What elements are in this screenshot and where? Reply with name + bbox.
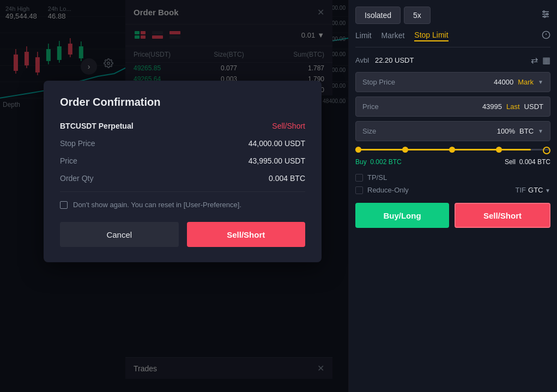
stop-price-mark: Mark [518,78,534,86]
price-value: 43995 [482,102,502,111]
buy-long-button[interactable]: Buy/Long [355,203,449,228]
tab-stop-limit[interactable]: Stop Limit [414,31,448,41]
tif-row: TIF GTC ▼ [516,186,550,194]
isolated-button[interactable]: Isolated [355,7,401,24]
modal-stop-price-label: Stop Price [60,139,95,148]
modal-side-label: Sell/Short [272,122,305,130]
size-field[interactable]: Size 100% BTC ▼ [355,121,550,141]
dont-show-again-checkbox[interactable] [60,201,68,209]
stop-price-chevron: ▼ [538,79,543,85]
size-chevron: ▼ [538,128,543,134]
modal-checkbox-row: Don't show again. You can reset in [User… [60,201,305,209]
right-top-bar: Isolated 5x [355,7,550,24]
tif-chevron: ▼ [545,188,550,194]
modal-price-label: Price [60,156,77,165]
reduce-only-row: Reduce-Only TIF GTC ▼ [355,186,550,194]
price-right: 43995 Last USDT [482,102,543,111]
slider-dot-50[interactable] [449,147,455,153]
size-btc: BTC [519,127,534,135]
slider-dot-100[interactable] [543,147,550,154]
slider-dot-0[interactable] [355,147,361,153]
calculator-icon[interactable]: ▦ [542,55,550,65]
info-icon[interactable] [542,31,550,41]
modal-qty-value: 0.004 BTC [269,174,305,183]
order-type-tabs: Limit Market Stop Limit [355,31,550,47]
order-confirmation-modal: Order Confirmation BTCUSDT Perpetual Sel… [44,81,322,262]
sell-short-main-button[interactable]: Sell/Short [455,203,550,228]
tab-market[interactable]: Market [382,31,405,41]
tpsl-row: TP/SL [355,173,550,182]
dont-show-again-label: Don't show again. You can reset in [User… [73,201,241,209]
action-buttons: Buy/Long Sell/Short [355,203,550,228]
cancel-button[interactable]: Cancel [60,222,179,247]
tif-gtc: GTC [528,186,543,194]
svg-point-33 [547,13,548,15]
avbl-value: 22.20 USDT [375,56,414,64]
price-field[interactable]: Price 43995 Last USDT [355,97,550,117]
modal-pair-row: BTCUSDT Perpetual Sell/Short [60,122,305,130]
sell-info: Sell 0.004 BTC [505,158,550,166]
svg-point-32 [543,11,545,13]
price-label: Price [362,102,379,111]
transfer-icon[interactable]: ⇄ [531,55,538,65]
size-value: 100% [497,127,515,135]
slider-dot-25[interactable] [402,147,408,153]
slider-dot-75[interactable] [496,147,502,153]
leverage-button[interactable]: 5x [404,7,431,24]
modal-stop-price-row: Stop Price 44,000.00 USDT [60,139,305,148]
tif-value[interactable]: GTC ▼ [528,186,550,194]
modal-qty-label: Order Qty [60,174,93,183]
price-last: Last [506,102,520,111]
modal-divider [60,191,305,192]
slider-dots [355,147,550,154]
settings-icon-right[interactable] [541,9,550,22]
size-right: 100% BTC ▼ [497,127,543,135]
tab-limit[interactable]: Limit [355,31,372,41]
tpsl-label: TP/SL [367,173,387,182]
modal-qty-row: Order Qty 0.004 BTC [60,174,305,183]
reduce-only-checkbox[interactable] [355,186,363,194]
buy-info: Buy 0.002 BTC [355,158,402,166]
size-label: Size [362,127,376,135]
stop-price-right: 44000 Mark ▼ [494,78,543,86]
reduce-only-label: Reduce-Only [367,186,409,194]
buy-sell-info: Buy 0.002 BTC Sell 0.004 BTC [355,158,550,166]
position-slider[interactable] [355,149,550,150]
right-panel: Isolated 5x Limit Market Stop Limit [349,0,557,392]
tif-label: TIF [516,186,526,194]
modal-pair-label: BTCUSDT Perpetual [60,122,134,130]
buy-label: Buy [355,158,367,166]
stop-price-field[interactable]: Stop Price 44000 Mark ▼ [355,72,550,92]
tpsl-checkbox[interactable] [355,174,363,182]
avbl-text: Avbl [355,56,369,64]
available-row: Avbl 22.20 USDT ⇄ ▦ [355,55,550,65]
sell-value: 0.004 BTC [519,158,550,166]
modal-title: Order Confirmation [60,96,305,108]
sell-label-info: Sell [505,158,516,166]
modal-price-value: 43,995.00 USDT [249,156,305,165]
avbl-label: Avbl 22.20 USDT [355,56,414,64]
modal-price-row: Price 43,995.00 USDT [60,156,305,165]
modal-stop-price-value: 44,000.00 USDT [249,139,305,148]
svg-point-34 [544,16,546,17]
avbl-actions: ⇄ ▦ [531,55,550,65]
stop-price-label: Stop Price [362,78,395,86]
price-usdt: USDT [524,102,543,111]
modal-buttons: Cancel Sell/Short [60,222,305,247]
sell-short-button[interactable]: Sell/Short [187,222,306,247]
buy-value: 0.002 BTC [370,158,401,166]
stop-price-value: 44000 [494,78,513,86]
left-panel: 24h High 49,544.48 24h Lo... 46.88 [0,0,349,392]
